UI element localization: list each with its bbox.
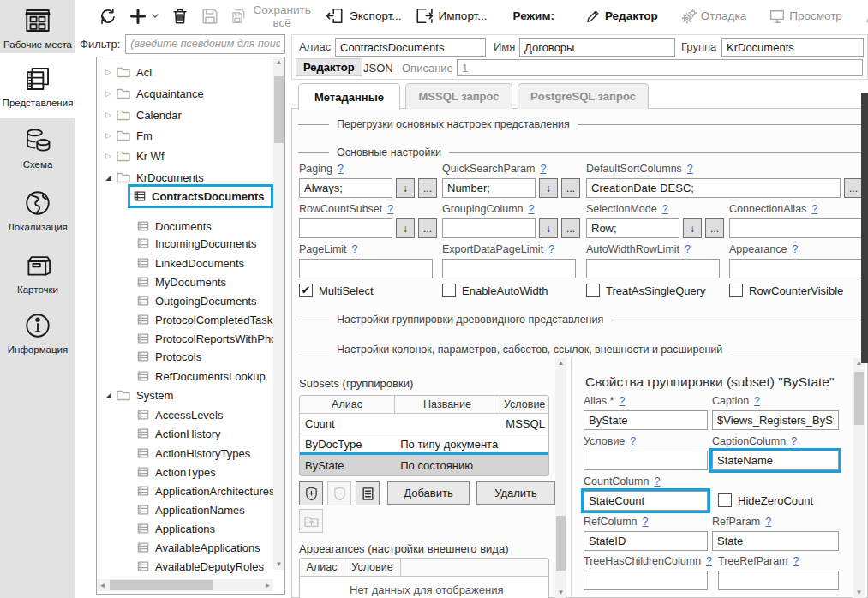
folder-up-button[interactable] <box>299 509 323 533</box>
scrollbar-thumb[interactable] <box>854 372 864 425</box>
import-button[interactable]: Импорт... <box>415 8 488 24</box>
pagelimit-input[interactable] <box>299 259 433 278</box>
exportdatapagelimit-input[interactable] <box>442 259 576 278</box>
subset-captioncolumn-input[interactable] <box>712 451 839 470</box>
json-toggle[interactable]: JSON <box>363 62 393 75</box>
subset-row-bystate-selected[interactable]: ByState По состоянию <box>300 455 548 475</box>
column-header-alias[interactable]: Алиас <box>300 559 344 576</box>
tree-item-availabledeputyroles[interactable]: AvailableDeputyRoles <box>97 557 264 576</box>
help-link[interactable]: ? <box>706 555 712 567</box>
mode-editor-button[interactable]: Редактор <box>580 8 663 25</box>
ellipsis-button[interactable]: ... <box>844 178 863 198</box>
shield-minus-button[interactable] <box>327 481 351 505</box>
connectionalias-input[interactable] <box>729 218 863 238</box>
tree-item-applicationnames[interactable]: ApplicationNames <box>97 500 245 519</box>
tree-item-acquaintance[interactable]: ▷Acquaintance <box>97 84 204 103</box>
dropdown-button[interactable]: ↓ <box>539 178 558 198</box>
delete-button[interactable] <box>171 8 189 25</box>
subset-alias-input[interactable] <box>584 410 708 430</box>
tree-item-contractsdocuments-selected[interactable]: ContractsDocuments <box>128 184 273 208</box>
help-link[interactable]: ? <box>685 243 691 255</box>
export-button[interactable]: Экспорт... <box>326 8 401 24</box>
description-input[interactable] <box>457 59 863 76</box>
hidezerocount-checkbox-item[interactable]: HideZeroCount <box>718 493 813 507</box>
tree-item-outgoingdocuments[interactable]: OutgoingDocuments <box>97 291 257 310</box>
checkbox[interactable] <box>718 493 732 507</box>
subset-refcolumn-input[interactable] <box>584 531 708 551</box>
help-link[interactable]: ? <box>687 163 693 175</box>
scroll-down-icon[interactable]: ▼ <box>853 588 865 598</box>
tree-item-protocolreportswithphot[interactable]: ProtocolReportsWithPhot <box>97 329 280 348</box>
groupingcolumn-input[interactable] <box>442 218 536 238</box>
selectionmode-input[interactable] <box>586 218 679 238</box>
mode-roles-button[interactable]: Роли <box>860 8 868 25</box>
editor-toggle-button[interactable]: Редактор <box>296 58 362 76</box>
expander-icon[interactable]: ◢ <box>103 173 114 182</box>
help-link[interactable]: ? <box>754 395 760 407</box>
ellipsis-button[interactable]: ... <box>705 218 724 238</box>
column-header-condition[interactable]: Условие <box>344 559 401 576</box>
tree-item-acl[interactable]: ▷Acl <box>97 63 152 81</box>
subsets-scrollbar[interactable]: ▲ ▼ <box>555 358 566 598</box>
tree-item-applications[interactable]: Applications <box>97 519 215 538</box>
scroll-up-icon[interactable]: ▲ <box>555 358 566 368</box>
dropdown-button[interactable]: ↓ <box>396 178 415 198</box>
tree-item-accesslevels[interactable]: AccessLevels <box>97 405 223 424</box>
scroll-right-icon[interactable]: ► <box>262 581 273 591</box>
scrollbar-thumb[interactable] <box>274 76 284 143</box>
sidebar-item-workspaces[interactable]: Рабочие места <box>0 3 75 51</box>
subset-treerefparam-input[interactable] <box>718 571 839 590</box>
appearance-input[interactable] <box>729 259 863 278</box>
subset-row-count[interactable]: Count MSSQL <box>300 414 548 434</box>
ellipsis-button[interactable]: ... <box>418 178 437 198</box>
alias-input[interactable] <box>335 38 486 57</box>
enableautowidth-checkbox-item[interactable]: EnableAutoWidth <box>442 284 548 297</box>
tree-item-actiontypes[interactable]: ActionTypes <box>97 463 216 481</box>
subset-row-bydoctype[interactable]: ByDocType По типу документа <box>300 434 548 455</box>
scroll-left-icon[interactable]: ◄ <box>97 581 108 591</box>
column-header-alias[interactable]: Алиас <box>300 396 395 413</box>
help-link[interactable]: ? <box>662 203 668 215</box>
help-link[interactable]: ? <box>654 475 660 487</box>
treatassinglequery-checkbox-item[interactable]: TreatAsSingleQuery <box>586 284 706 297</box>
tree-item-mydocuments[interactable]: MyDocuments <box>97 272 226 291</box>
subset-countcolumn-input[interactable] <box>584 491 708 511</box>
dropdown-button[interactable]: ↓ <box>683 218 702 238</box>
scrollbar-thumb[interactable] <box>556 516 566 571</box>
tree-item-applicationarchitectures[interactable]: ApplicationArchitectures <box>97 481 274 500</box>
column-header-condition[interactable]: Условие <box>500 396 548 413</box>
subset-treehaschildrencolumn-input[interactable] <box>584 571 708 590</box>
expander-icon[interactable]: ▷ <box>103 68 114 76</box>
expander-icon[interactable]: ▷ <box>103 131 114 140</box>
group-input[interactable] <box>721 38 864 57</box>
tree-item-refdocumentslookup[interactable]: RefDocumentsLookup <box>97 367 266 386</box>
expander-icon[interactable]: ▷ <box>103 89 114 98</box>
tree-item-availableapplications[interactable]: AvailableApplications <box>97 538 260 557</box>
help-link[interactable]: ? <box>548 243 554 255</box>
save-all-button[interactable]: Сохранить всё <box>231 3 313 29</box>
tree-item-calendar[interactable]: ▷Calendar <box>97 105 182 124</box>
scroll-down-icon[interactable]: ▼ <box>555 588 566 598</box>
help-link[interactable]: ? <box>765 516 771 528</box>
help-link[interactable]: ? <box>793 555 799 567</box>
tree-item-documents[interactable]: Documents <box>97 217 212 236</box>
filter-input[interactable] <box>125 34 285 54</box>
paging-input[interactable] <box>299 178 392 198</box>
sidebar-item-information[interactable]: Информация <box>0 305 75 360</box>
document-button[interactable] <box>356 481 380 505</box>
add-subset-button[interactable]: Добавить <box>387 481 470 505</box>
scroll-up-icon[interactable]: ▲ <box>273 57 284 68</box>
mode-debug-button[interactable]: Отладка <box>676 8 751 25</box>
ellipsis-button[interactable]: ... <box>561 218 580 238</box>
column-header-name[interactable]: Название <box>395 396 500 413</box>
sidebar-item-views[interactable]: Представления <box>0 53 75 118</box>
scrollbar-thumb[interactable] <box>110 580 213 590</box>
delete-subset-button[interactable]: Удалить <box>476 481 555 505</box>
help-link[interactable]: ? <box>540 163 546 175</box>
sidebar-item-localization[interactable]: Локализация <box>0 182 75 238</box>
dropdown-button[interactable]: ↓ <box>539 218 558 238</box>
multiselect-checkbox-item[interactable]: MultiSelect <box>299 284 374 297</box>
ellipsis-button[interactable]: ... <box>561 178 580 198</box>
help-link[interactable]: ? <box>811 203 817 215</box>
help-link[interactable]: ? <box>352 243 358 255</box>
